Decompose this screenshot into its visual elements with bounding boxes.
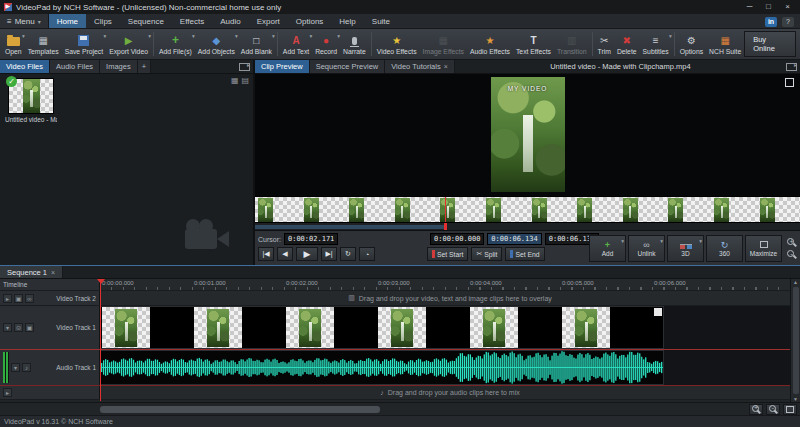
video-track-2-header[interactable]: Video Track 2 [0,291,100,305]
clip-end-time[interactable]: 0:00:06.134 [487,233,541,245]
menu-tab-sequence[interactable]: Sequence [120,14,172,28]
narrate-button[interactable]: Narrate [340,30,369,58]
video-track-1-content[interactable] [100,306,800,349]
add-files-button[interactable]: Add File(s) [156,30,195,58]
collapse-icon[interactable] [3,388,12,397]
scroll-down-icon[interactable] [793,396,798,402]
go-start-button[interactable] [258,247,274,261]
fullscreen-icon[interactable] [785,78,794,87]
tab-video-files[interactable]: Video Files [0,60,50,73]
audio-effects-button[interactable]: Audio Effects [467,30,513,58]
list-view-icon[interactable] [241,76,249,85]
record-button[interactable]: Record [312,30,340,58]
menu-tab-help[interactable]: Help [331,14,363,28]
scrollbar-thumb[interactable] [793,287,799,394]
image-effects-button[interactable]: Image Effects [420,30,467,58]
expand-icon[interactable] [3,323,12,332]
text-effects-button[interactable]: Text Effects [513,30,554,58]
scrub-bar[interactable] [255,223,800,231]
nch-suite-button[interactable]: NCH Suite [706,30,744,58]
timeline-ruler[interactable]: 0:00:00.000 0:00:01.000 0:00:02.000 0:00… [100,279,800,290]
sequence-playhead[interactable] [100,279,101,401]
add-text-button[interactable]: Add Text [280,30,312,58]
clip-handle[interactable] [654,308,662,316]
tab-video-tutorials[interactable]: Video Tutorials [385,60,455,73]
split-button[interactable]: Split [471,247,502,261]
timeline-zoom-in-button[interactable]: + [749,404,763,415]
detach-panel-icon[interactable] [786,63,797,71]
threed-button[interactable]: 3D [667,235,704,262]
save-project-button[interactable]: Save Project [62,30,107,58]
tab-audio-files[interactable]: Audio Files [50,60,100,73]
menu-tab-home[interactable]: Home [49,14,86,28]
clip-start-time[interactable]: 0:00:00.000 [430,233,484,245]
audio-clip[interactable] [100,350,664,385]
linkedin-icon[interactable] [765,17,777,27]
play-button[interactable] [296,247,318,261]
subtitles-button[interactable]: Subtitles [640,30,672,58]
tab-images[interactable]: Images [100,60,138,73]
scrub-cursor[interactable] [444,223,447,230]
open-button[interactable]: Open [2,30,25,58]
menu-tab-export[interactable]: Export [249,14,288,28]
menu-tab-effects[interactable]: Effects [172,14,212,28]
minimize-icon[interactable] [741,1,758,13]
trim-button[interactable]: Trim [595,30,614,58]
delete-button[interactable]: Delete [614,30,640,58]
expand-icon[interactable] [11,363,20,372]
add-blank-button[interactable]: Add Blank [238,30,275,58]
audio-track-2-header[interactable] [0,386,100,399]
close-tab-icon[interactable] [444,63,448,70]
unlink-button[interactable]: Unlink [628,235,665,262]
media-list[interactable]: Untitled video - Mad... [0,74,253,265]
cursor-time[interactable]: 0:00:02.171 [284,233,338,245]
add-bin-tab-button[interactable]: + [138,60,151,73]
detach-panel-icon[interactable] [239,63,250,71]
maximize-icon[interactable] [760,1,777,13]
menu-tab-options[interactable]: Options [288,14,332,28]
audio-track-1-header[interactable]: Audio Track 1 [0,350,100,385]
export-video-button[interactable]: Export Video [106,30,151,58]
maximize-preview-button[interactable]: Maximize [745,235,782,262]
video-track-2-content[interactable]: Drag and drop your video, text and image… [100,291,800,305]
close-icon[interactable] [779,1,796,13]
tab-sequence-preview[interactable]: Sequence Preview [310,60,386,73]
scroll-up-icon[interactable] [793,279,798,285]
transition-button[interactable]: Transition [554,30,590,58]
add-objects-button[interactable]: Add Objects [195,30,238,58]
filmstrip-cursor[interactable] [445,197,446,222]
audio-track-1-content[interactable] [100,350,800,385]
fit-timeline-button[interactable] [783,404,797,415]
buy-online-button[interactable]: Buy Online [744,31,796,57]
set-end-button[interactable]: Set End [505,247,544,261]
zoom-out-icon[interactable]: - [787,250,794,257]
options-button[interactable]: Options [677,30,706,58]
grid-view-icon[interactable] [231,76,239,85]
scrollbar-thumb[interactable] [100,406,380,413]
loop-button[interactable] [340,247,356,261]
video-effects-button[interactable]: Video Effects [374,30,420,58]
horizontal-scrollbar[interactable]: + - [0,402,800,415]
media-item-untitled-video[interactable]: Untitled video - Mad... [5,78,57,123]
three-sixty-button[interactable]: 360 [706,235,743,262]
filmstrip[interactable] [255,196,800,223]
audio-track-2-content[interactable]: Drag and drop your audio clips here to m… [100,386,800,399]
menu-tab-clips[interactable]: Clips [86,14,120,28]
playback-speed-button[interactable] [359,247,375,261]
menu-tab-audio[interactable]: Audio [212,14,248,28]
collapse-icon[interactable] [3,294,12,303]
speaker-icon[interactable] [22,363,31,372]
eye-icon[interactable] [14,323,23,332]
video-preview[interactable]: MY VIDEO [255,74,800,196]
tab-clip-preview[interactable]: Clip Preview [255,60,310,73]
menu-tab-suite[interactable]: Suite [364,14,398,28]
help-icon[interactable] [782,17,794,27]
menu-button[interactable]: Menu [0,14,49,28]
templates-button[interactable]: Templates [25,30,62,58]
zoom-in-icon[interactable]: + [787,238,794,245]
prev-frame-button[interactable] [277,247,293,261]
vertical-scrollbar[interactable] [790,279,800,402]
video-clip[interactable] [100,306,664,349]
tab-sequence-1[interactable]: Sequence 1 [0,266,63,278]
add-to-sequence-button[interactable]: Add [589,235,626,262]
